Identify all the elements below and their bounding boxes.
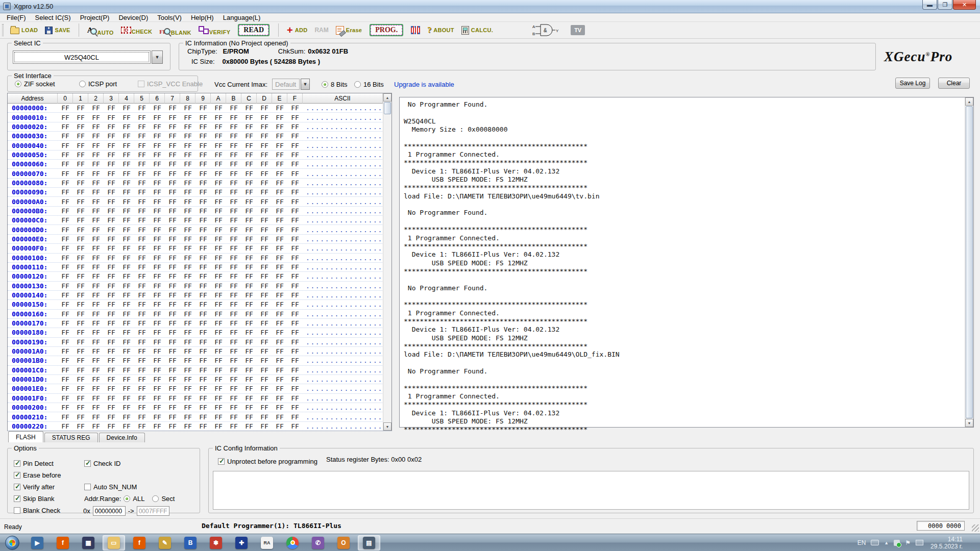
- hex-byte[interactable]: FF: [272, 254, 287, 262]
- hex-byte[interactable]: FF: [211, 338, 226, 346]
- hex-byte[interactable]: FF: [272, 104, 287, 112]
- hex-byte[interactable]: FF: [226, 142, 241, 149]
- hex-byte[interactable]: FF: [104, 394, 119, 402]
- hex-byte[interactable]: FF: [287, 188, 303, 196]
- hex-row[interactable]: 00000180:FFFFFFFFFFFFFFFFFFFFFFFFFFFFFFF…: [8, 328, 391, 337]
- hex-byte[interactable]: FF: [119, 244, 134, 252]
- ic-combo-dropdown-button[interactable]: ▼: [152, 51, 163, 64]
- log-scroll-down-button[interactable]: ▼: [965, 419, 973, 427]
- hex-byte[interactable]: FF: [88, 319, 104, 327]
- hex-byte[interactable]: FF: [211, 385, 226, 392]
- hex-byte[interactable]: FF: [180, 216, 195, 224]
- hex-byte[interactable]: FF: [104, 114, 119, 121]
- toolbar-drag-handle[interactable]: [2, 24, 4, 36]
- clock[interactable]: 14:11 29.5.2023 г.: [930, 536, 963, 550]
- hex-byte[interactable]: FF: [165, 357, 180, 364]
- hex-byte[interactable]: FF: [104, 366, 119, 374]
- hex-byte[interactable]: FF: [150, 188, 165, 196]
- hex-row[interactable]: 00000050:FFFFFFFFFFFFFFFFFFFFFFFFFFFFFFF…: [8, 151, 391, 160]
- hex-byte[interactable]: FF: [119, 422, 134, 430]
- hex-byte[interactable]: FF: [150, 300, 165, 308]
- hex-byte[interactable]: FF: [272, 263, 287, 271]
- hex-byte[interactable]: FF: [226, 151, 241, 159]
- hex-byte[interactable]: FF: [241, 142, 257, 149]
- hex-byte[interactable]: FF: [180, 179, 195, 187]
- hex-byte[interactable]: FF: [88, 404, 104, 411]
- hex-byte[interactable]: FF: [73, 198, 88, 206]
- hex-byte[interactable]: FF: [58, 104, 73, 112]
- hex-byte[interactable]: FF: [165, 329, 180, 336]
- hex-byte[interactable]: FF: [257, 385, 272, 392]
- hex-byte[interactable]: FF: [104, 404, 119, 411]
- hex-byte[interactable]: FF: [134, 226, 150, 234]
- hex-byte[interactable]: FF: [257, 357, 272, 364]
- hex-byte[interactable]: FF: [165, 300, 180, 308]
- check-id-button[interactable]: ID CHECK: [121, 27, 153, 34]
- taskbar-app-paint-tool[interactable]: ✎: [154, 535, 176, 550]
- hex-byte[interactable]: FF: [88, 385, 104, 392]
- hex-byte[interactable]: FF: [211, 114, 226, 121]
- hex-byte[interactable]: FF: [211, 198, 226, 206]
- menu-device[interactable]: Device(D): [114, 14, 153, 21]
- hex-byte[interactable]: FF: [88, 179, 104, 187]
- hex-byte[interactable]: FF: [226, 114, 241, 121]
- scroll-up-button[interactable]: ▲: [383, 93, 391, 102]
- hex-byte[interactable]: FF: [150, 132, 165, 140]
- hex-byte[interactable]: FF: [241, 413, 257, 421]
- bits16-radio[interactable]: 16 Bits: [354, 81, 384, 88]
- hex-byte[interactable]: FF: [241, 104, 257, 112]
- hex-byte[interactable]: FF: [226, 366, 241, 374]
- hex-byte[interactable]: FF: [58, 385, 73, 392]
- hex-byte[interactable]: FF: [195, 244, 211, 252]
- hex-byte[interactable]: FF: [165, 338, 180, 346]
- hex-byte[interactable]: FF: [104, 385, 119, 392]
- hex-byte[interactable]: FF: [165, 160, 180, 168]
- hex-byte[interactable]: FF: [211, 142, 226, 149]
- hex-byte[interactable]: FF: [195, 188, 211, 196]
- hex-byte[interactable]: FF: [150, 198, 165, 206]
- hex-byte[interactable]: FF: [119, 394, 134, 402]
- icsp-radio-icon[interactable]: [79, 81, 86, 87]
- hex-byte[interactable]: FF: [241, 394, 257, 402]
- hex-byte[interactable]: FF: [58, 310, 73, 318]
- hex-byte[interactable]: FF: [88, 422, 104, 430]
- hex-byte[interactable]: FF: [73, 404, 88, 411]
- hex-byte[interactable]: FF: [119, 385, 134, 392]
- hex-byte[interactable]: FF: [165, 375, 180, 383]
- tv-button[interactable]: TV: [571, 25, 585, 35]
- hex-byte[interactable]: FF: [134, 394, 150, 402]
- hex-byte[interactable]: FF: [58, 244, 73, 252]
- hex-byte[interactable]: FF: [211, 123, 226, 131]
- hex-row[interactable]: 000000A0:FFFFFFFFFFFFFFFFFFFFFFFFFFFFFFF…: [8, 197, 391, 206]
- hex-byte[interactable]: FF: [180, 254, 195, 262]
- log-scrollbar-thumb[interactable]: [966, 106, 973, 418]
- hex-row[interactable]: 00000060:FFFFFFFFFFFFFFFFFFFFFFFFFFFFFFF…: [8, 160, 391, 169]
- hex-byte[interactable]: FF: [150, 413, 165, 421]
- hex-byte[interactable]: FF: [119, 160, 134, 168]
- hex-byte[interactable]: FF: [134, 422, 150, 430]
- hex-byte[interactable]: FF: [165, 188, 180, 196]
- resize-grip[interactable]: [972, 524, 979, 532]
- hex-scrollbar[interactable]: ▲ ▼: [383, 93, 391, 431]
- hex-byte[interactable]: FF: [241, 263, 257, 271]
- hex-byte[interactable]: FF: [241, 207, 257, 215]
- hex-byte[interactable]: FF: [211, 188, 226, 196]
- hex-byte[interactable]: FF: [73, 179, 88, 187]
- option-blank-check[interactable]: Blank Check: [14, 507, 60, 514]
- hex-byte[interactable]: FF: [165, 319, 180, 327]
- hex-byte[interactable]: FF: [104, 254, 119, 262]
- option-skip-blank[interactable]: Skip Blank: [14, 495, 54, 503]
- hex-byte[interactable]: FF: [119, 123, 134, 131]
- hex-byte[interactable]: FF: [211, 226, 226, 234]
- taskbar-app-media-player[interactable]: ▶: [26, 535, 48, 550]
- hex-byte[interactable]: FF: [226, 272, 241, 280]
- menu-help[interactable]: Help(H): [186, 14, 218, 21]
- hex-byte[interactable]: FF: [58, 160, 73, 168]
- hex-row[interactable]: 000001F0:FFFFFFFFFFFFFFFFFFFFFFFFFFFFFFF…: [8, 394, 391, 403]
- hex-byte[interactable]: FF: [272, 198, 287, 206]
- hex-byte[interactable]: FF: [241, 216, 257, 224]
- hex-byte[interactable]: FF: [73, 188, 88, 196]
- hex-row[interactable]: 00000170:FFFFFFFFFFFFFFFFFFFFFFFFFFFFFFF…: [8, 319, 391, 328]
- hex-byte[interactable]: FF: [257, 300, 272, 308]
- hex-byte[interactable]: FF: [272, 422, 287, 430]
